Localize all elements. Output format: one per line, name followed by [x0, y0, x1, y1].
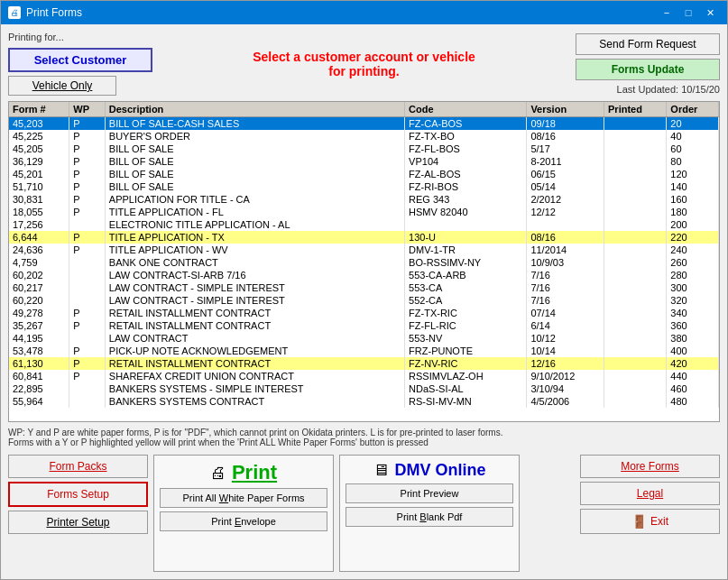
table-row[interactable]: 60,202LAW CONTRACT-SI-ARB 7/16553-CA-ARB… — [9, 269, 719, 281]
table-cell: 40 — [667, 130, 719, 143]
table-cell — [604, 193, 667, 206]
col-printed: Printed — [604, 102, 667, 117]
table-cell: 300 — [667, 281, 719, 294]
table-row[interactable]: 22,895BANKERS SYSTEMS - SIMPLE INTERESTN… — [9, 382, 719, 395]
bottom-left: Form Packs Forms Setup Printer Setup — [8, 455, 148, 572]
forms-table-container[interactable]: Form # WP Description Code Version Print… — [8, 101, 720, 422]
table-row[interactable]: 60,217LAW CONTRACT - SIMPLE INTEREST553-… — [9, 281, 719, 294]
table-cell — [604, 357, 667, 370]
table-row[interactable]: 6,644PTITLE APPLICATION - TX130-U08/1622… — [9, 231, 719, 244]
table-cell: 30,831 — [9, 193, 69, 206]
printer-setup-button[interactable]: Printer Setup — [8, 511, 148, 534]
table-cell: BILL OF SALE — [105, 168, 404, 180]
forms-setup-button[interactable]: Forms Setup — [8, 482, 148, 507]
window-title: Print Forms — [26, 6, 82, 19]
more-forms-button[interactable]: More Forms — [580, 455, 720, 478]
table-cell: P — [69, 307, 106, 319]
col-version: Version — [527, 102, 604, 117]
table-cell: 12/16 — [527, 357, 604, 370]
table-cell: FRZ-PUNOTE — [405, 345, 527, 357]
table-row[interactable]: 45,201PBILL OF SALEFZ-AL-BOS06/15120 — [9, 168, 719, 180]
table-row[interactable]: 44,195LAW CONTRACT553-NV10/12380 — [9, 332, 719, 345]
exit-icon: 🚪 — [631, 514, 647, 529]
table-cell: 18,055 — [9, 206, 69, 218]
table-cell — [604, 319, 667, 332]
table-cell: 10/14 — [527, 345, 604, 357]
table-row[interactable]: 51,710PBILL OF SALEFZ-RI-BOS05/14140 — [9, 180, 719, 193]
table-row[interactable]: 24,636PTITLE APPLICATION - WVDMV-1-TR11/… — [9, 244, 719, 256]
last-updated-value: 10/15/20 — [681, 84, 720, 95]
table-row[interactable]: 55,964BANKERS SYSTEMS CONTRACTRS-SI-MV-M… — [9, 395, 719, 408]
table-cell — [405, 218, 527, 231]
table-cell — [69, 382, 106, 395]
table-cell: BILL OF SALE — [105, 143, 404, 155]
table-cell: 320 — [667, 294, 719, 307]
table-cell — [69, 281, 106, 294]
main-content: Printing for... Select Customer Vehicle … — [1, 24, 727, 579]
table-row[interactable]: 4,759BANK ONE CONTRACTBO-RSSIMV-NY10/9/0… — [9, 256, 719, 269]
right-buttons: Send Form Request Forms Update Last Upda… — [576, 33, 720, 95]
maximize-button[interactable]: □ — [678, 5, 698, 21]
table-cell — [604, 332, 667, 345]
legal-button[interactable]: Legal — [580, 482, 720, 505]
table-row[interactable]: 49,278PRETAIL INSTALLMENT CONTRACTFZ-TX-… — [9, 307, 719, 319]
exit-button[interactable]: 🚪 Exit — [580, 509, 720, 534]
table-cell: DMV-1-TR — [405, 244, 527, 256]
table-cell — [604, 294, 667, 307]
print-preview-button[interactable]: Print Preview — [346, 483, 513, 503]
table-row[interactable]: 61,130PRETAIL INSTALLMENT CONTRACTFZ-NV-… — [9, 357, 719, 370]
table-cell: 360 — [667, 319, 719, 332]
table-row[interactable]: 35,267PRETAIL INSTALLMENT CONTRACTFZ-FL-… — [9, 319, 719, 332]
table-cell: 45,203 — [9, 117, 69, 131]
table-cell: 160 — [667, 193, 719, 206]
table-cell: FZ-RI-BOS — [405, 180, 527, 193]
table-row[interactable]: 18,055PTITLE APPLICATION - FLHSMV 820401… — [9, 206, 719, 218]
minimize-button[interactable]: − — [657, 5, 677, 21]
select-customer-button[interactable]: Select Customer — [8, 48, 152, 72]
table-cell: 20 — [667, 117, 719, 131]
close-button[interactable]: ✕ — [700, 5, 720, 21]
table-cell — [604, 382, 667, 395]
table-cell: 120 — [667, 168, 719, 180]
col-code: Code — [405, 102, 527, 117]
vehicle-only-button[interactable]: Vehicle Only — [8, 76, 116, 96]
table-row[interactable]: 36,129PBILL OF SALEVP1048-201180 — [9, 155, 719, 168]
table-row[interactable]: 53,478PPICK-UP NOTE ACKNOWLEDGEMENTFRZ-P… — [9, 345, 719, 357]
table-row[interactable]: 30,831PAPPLICATION FOR TITLE - CAREG 343… — [9, 193, 719, 206]
table-cell: BANKERS SYSTEMS - SIMPLE INTEREST — [105, 382, 404, 395]
table-cell: 553-CA-ARB — [405, 269, 527, 281]
table-cell: 60,841 — [9, 370, 69, 382]
table-row[interactable]: 45,205PBILL OF SALEFZ-FL-BOS5/1760 — [9, 143, 719, 155]
table-cell: P — [69, 357, 106, 370]
table-row[interactable]: 60,841PSHAREFAX CREDIT UNION CONTRACTRSS… — [9, 370, 719, 382]
table-cell: RETAIL INSTALLMENT CONTRACT — [105, 357, 404, 370]
print-blank-pdf-button[interactable]: Print Blank Pdf — [346, 507, 513, 527]
table-cell: 440 — [667, 370, 719, 382]
table-cell: LAW CONTRACT-SI-ARB 7/16 — [105, 269, 404, 281]
send-form-request-button[interactable]: Send Form Request — [576, 33, 720, 55]
notes-line1: WP: Y and P are white paper forms, P is … — [8, 428, 720, 437]
form-packs-button[interactable]: Form Packs — [8, 455, 148, 478]
table-cell — [69, 218, 106, 231]
table-row[interactable]: 45,203PBILL OF SALE-CASH SALESFZ-CA-BOS0… — [9, 117, 719, 131]
table-cell: NDaS-SI-AL — [405, 382, 527, 395]
print-all-button[interactable]: Print All White Paper Forms — [160, 488, 327, 508]
table-cell: 480 — [667, 395, 719, 408]
table-cell: 380 — [667, 332, 719, 345]
table-cell: RETAIL INSTALLMENT CONTRACT — [105, 307, 404, 319]
table-row[interactable]: 60,220LAW CONTRACT - SIMPLE INTEREST552-… — [9, 294, 719, 307]
table-cell: P — [69, 193, 106, 206]
table-cell: SHAREFAX CREDIT UNION CONTRACT — [105, 370, 404, 382]
forms-table: Form # WP Description Code Version Print… — [9, 102, 719, 408]
table-cell: 6/14 — [527, 319, 604, 332]
table-cell — [69, 256, 106, 269]
table-cell: 60 — [667, 143, 719, 155]
table-row[interactable]: 45,225PBUYER'S ORDERFZ-TX-BO08/1640 — [9, 130, 719, 143]
forms-update-button[interactable]: Forms Update — [576, 59, 720, 80]
table-cell: FZ-AL-BOS — [405, 168, 527, 180]
table-cell: 552-CA — [405, 294, 527, 307]
table-row[interactable]: 17,256ELECTRONIC TITLE APPLICATION - AL2… — [9, 218, 719, 231]
table-cell: REG 343 — [405, 193, 527, 206]
table-cell: RETAIL INSTALLMENT CONTRACT — [105, 319, 404, 332]
print-envelope-button[interactable]: Print Envelope — [160, 511, 327, 531]
